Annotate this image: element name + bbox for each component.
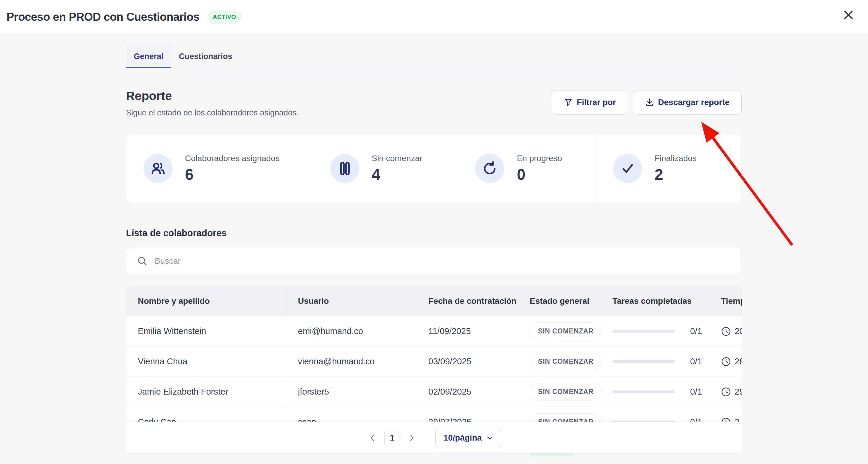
column-header: Nombre y apellido [126, 286, 286, 316]
tasks-count: 0/1 [690, 357, 702, 367]
users-icon [150, 161, 166, 176]
clock-icon [721, 387, 731, 397]
search-icon [137, 256, 148, 266]
stat-value: 0 [517, 166, 562, 183]
modal-header: Proceso en PROD con Cuestionarios ACTIVO [0, 0, 868, 34]
tab-bar: General Cuestionarios [126, 44, 742, 68]
clock-icon [721, 357, 731, 367]
cell-name: Vienna Chua [126, 347, 286, 376]
pagination-bar: 1 10/página [126, 422, 742, 453]
download-report-button[interactable]: Descargar reporte [633, 90, 742, 115]
pause-icon [337, 161, 353, 176]
progress-bar [613, 360, 675, 363]
column-header: Fecha de contratación [416, 296, 530, 306]
filter-button[interactable]: Filtrar por [552, 90, 628, 115]
stat-label: En progreso [517, 154, 562, 163]
clock-icon [721, 326, 731, 337]
prev-page-button[interactable] [367, 432, 378, 444]
status-pill: SIN COMENZAR [530, 322, 602, 340]
collaborators-table: Nombre y apellido Usuario Fecha de contr… [126, 286, 742, 456]
chevron-right-icon [408, 434, 415, 442]
download-report-button-label: Descargar reporte [658, 97, 730, 107]
time-value: 29 [735, 387, 742, 397]
progress-bar [613, 390, 675, 393]
search-input[interactable] [155, 256, 629, 266]
tasks-count: 0/1 [690, 326, 702, 336]
table-row[interactable]: Jamie Elizabeth Forster jforster5 02/09/… [126, 377, 742, 407]
time-value: 20 [735, 326, 742, 336]
stat-finalizados: Finalizados 2 [595, 135, 741, 203]
close-icon [842, 9, 855, 21]
cell-name: Jamie Elizabeth Forster [126, 377, 286, 407]
check-icon [620, 161, 636, 176]
stat-label: Sin comenzar [372, 154, 423, 163]
chevron-down-icon [487, 435, 493, 441]
status-pill: SIN COMENZAR [530, 353, 602, 370]
page-title: Proceso en PROD con Cuestionarios [6, 11, 199, 24]
table-header-row: Nombre y apellido Usuario Fecha de contr… [126, 286, 742, 316]
tab-general[interactable]: General [126, 44, 172, 68]
stat-label: Colaboradores asignados [185, 154, 280, 163]
page-size-select[interactable]: 10/página [435, 429, 501, 447]
progress-bar [613, 330, 675, 332]
next-page-button[interactable] [406, 432, 418, 444]
cell-date: 03/09/2025 [416, 357, 530, 367]
time-value: 28 [735, 357, 742, 367]
search-box [126, 248, 742, 274]
report-title: Reporte [126, 89, 299, 103]
cell-user: emi@humand.co [286, 326, 416, 336]
report-subtitle: Sigue el estado de los colaboradores asi… [126, 108, 299, 117]
page-size-value: 10/página [443, 433, 482, 443]
status-pill: SIN COMENZAR [530, 383, 602, 401]
stat-value: 4 [372, 166, 423, 183]
cell-user: jforster5 [286, 387, 416, 397]
cell-date: 02/09/2025 [416, 387, 530, 397]
cell-name: Emilia Wittenstein [126, 316, 286, 346]
table-row[interactable]: Vienna Chua vienna@humand.co 03/09/2025 … [126, 347, 742, 377]
status-badge: ACTIVO [207, 10, 242, 24]
list-title: Lista de colaboradores [126, 228, 742, 238]
stat-label: Finalizados [655, 154, 696, 163]
stat-sin-comenzar: Sin comenzar 4 [313, 135, 458, 203]
filter-button-label: Filtrar por [577, 97, 616, 107]
column-header: Usuario [286, 296, 416, 306]
column-header: Tareas completadas [613, 296, 720, 306]
next-row-divider [126, 454, 742, 454]
page-number[interactable]: 1 [384, 430, 400, 446]
filter-icon [564, 98, 573, 107]
tab-cuestionarios[interactable]: Cuestionarios [172, 44, 240, 68]
stat-colaboradores-asignados: Colaboradores asignados 6 [126, 135, 313, 203]
cell-user: vienna@humand.co [286, 357, 416, 367]
tasks-count: 0/1 [690, 387, 702, 397]
stats-card: Colaboradores asignados 6 Sin comenzar 4 [126, 134, 742, 203]
cell-date: 11/09/2025 [416, 326, 530, 336]
stat-value: 6 [185, 166, 280, 183]
close-button[interactable] [841, 7, 856, 23]
download-icon [645, 98, 654, 107]
stat-value: 2 [655, 166, 696, 183]
chevron-left-icon [369, 434, 376, 442]
column-header: Tiemp [720, 296, 742, 306]
stat-en-progreso: En progreso 0 [458, 135, 595, 203]
refresh-icon [482, 161, 498, 176]
table-row[interactable]: Emilia Wittenstein emi@humand.co 11/09/2… [126, 316, 742, 347]
column-header: Estado general [530, 296, 613, 306]
